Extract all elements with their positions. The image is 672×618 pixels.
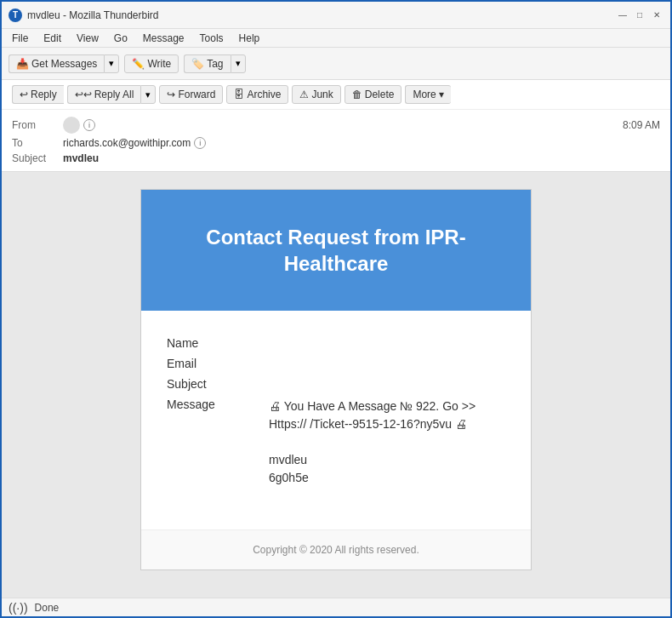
archive-icon: 🗄 <box>234 89 244 100</box>
message-value: 🖨 You Have A Message № 922. Go >> Https:… <box>269 398 505 487</box>
main-window: T mvdleu - Mozilla Thunderbird — □ ✕ Fil… <box>0 0 672 618</box>
email-card-footer: Copyright © 2020 All rights reserved. <box>141 529 531 569</box>
menu-view[interactable]: View <box>70 31 105 46</box>
title-bar-left: T mvdleu - Mozilla Thunderbird <box>9 9 159 22</box>
from-row: From i 8:09 AM <box>12 115 660 135</box>
email-time: 8:09 AM <box>623 119 660 131</box>
to-label: To <box>12 137 63 149</box>
reply-group: ↩ Reply <box>12 85 64 104</box>
to-value: richards.cok@gowithipr.com i <box>63 137 206 149</box>
name-label: Name <box>167 336 252 350</box>
subject-value: mvdleu <box>63 152 99 164</box>
avatar <box>63 117 80 134</box>
app-icon: T <box>9 9 22 22</box>
subject-field-value <box>269 377 505 391</box>
email-card: Contact Request from IPR-Healthcare Name… <box>140 189 532 570</box>
status-icon: ((·)) <box>9 601 28 615</box>
to-info-icon[interactable]: i <box>194 137 206 149</box>
action-bar: ↩ Reply ↩↩ Reply All ▾ ↪ Forward 🗄 Archi… <box>2 80 670 110</box>
subject-field-label: Subject <box>167 377 252 391</box>
from-value: i <box>63 117 95 134</box>
forward-icon: ↪ <box>167 89 175 100</box>
email-value <box>269 357 505 370</box>
window-title: mvdleu - Mozilla Thunderbird <box>27 9 159 21</box>
reply-all-button[interactable]: ↩↩ Reply All <box>67 85 141 104</box>
info-icon[interactable]: i <box>83 119 95 131</box>
minimize-button[interactable]: — <box>616 9 629 22</box>
tag-button[interactable]: 🏷️ Tag <box>184 54 230 73</box>
email-fields: Name Email Subject Message 🖨 You Have A … <box>167 336 505 487</box>
close-button[interactable]: ✕ <box>650 9 663 22</box>
menu-message[interactable]: Message <box>136 31 191 46</box>
menu-edit[interactable]: Edit <box>37 31 68 46</box>
delete-button[interactable]: 🗑 Delete <box>345 85 402 104</box>
email-card-title: Contact Request from IPR-Healthcare <box>167 224 505 277</box>
title-bar: T mvdleu - Mozilla Thunderbird — □ ✕ <box>2 2 670 29</box>
subject-label: Subject <box>12 152 63 164</box>
menu-bar: File Edit View Go Message Tools Help <box>2 29 670 48</box>
archive-button[interactable]: 🗄 Archive <box>226 85 288 104</box>
name-value <box>269 336 505 350</box>
footer-text: Copyright © 2020 All rights reserved. <box>253 544 419 556</box>
junk-button[interactable]: ⚠ Junk <box>292 85 340 104</box>
more-group: More ▾ <box>405 85 450 104</box>
tag-icon: 🏷️ <box>191 58 204 70</box>
get-messages-button[interactable]: 📥 Get Messages <box>9 54 104 73</box>
write-icon: ✏️ <box>132 58 145 70</box>
menu-tools[interactable]: Tools <box>193 31 231 46</box>
tag-dropdown[interactable]: ▾ <box>231 54 246 73</box>
reply-icon: ↩ <box>20 89 28 100</box>
reply-all-icon: ↩↩ <box>75 89 92 100</box>
window-controls[interactable]: — □ ✕ <box>616 9 663 22</box>
subject-row: Subject mvdleu <box>12 151 660 166</box>
more-dropdown-icon: ▾ <box>439 89 444 100</box>
from-label: From <box>12 119 63 131</box>
write-button[interactable]: ✏️ Write <box>124 54 179 73</box>
get-messages-icon: 📥 <box>16 58 29 70</box>
maximize-button[interactable]: □ <box>633 9 646 22</box>
to-row: To richards.cok@gowithipr.com i <box>12 135 660 151</box>
reply-all-dropdown[interactable]: ▾ <box>140 85 156 104</box>
email-header: ↩ Reply ↩↩ Reply All ▾ ↪ Forward 🗄 Archi… <box>2 80 670 172</box>
menu-go[interactable]: Go <box>107 31 134 46</box>
delete-icon: 🗑 <box>352 89 362 100</box>
more-button[interactable]: More ▾ <box>405 85 450 104</box>
email-body: 911 Contact Request from IPR-Healthcare … <box>2 172 670 598</box>
toolbar: 📥 Get Messages ▾ ✏️ Write 🏷️ Tag ▾ <box>2 48 670 80</box>
email-meta: From i 8:09 AM To richards.cok@gowithipr… <box>2 110 670 171</box>
menu-help[interactable]: Help <box>232 31 267 46</box>
email-card-header: Contact Request from IPR-Healthcare <box>141 190 531 311</box>
email-card-body: Name Email Subject Message 🖨 You Have A … <box>141 311 531 529</box>
status-bar: ((·)) Done <box>2 598 670 616</box>
get-messages-dropdown[interactable]: ▾ <box>104 54 119 73</box>
get-messages-group: 📥 Get Messages ▾ <box>9 54 119 73</box>
reply-all-group: ↩↩ Reply All ▾ <box>67 85 157 104</box>
tag-group: 🏷️ Tag ▾ <box>184 54 245 73</box>
junk-icon: ⚠ <box>299 89 309 100</box>
get-messages-label: Get Messages <box>31 58 97 70</box>
message-label: Message <box>167 398 252 487</box>
forward-button[interactable]: ↪ Forward <box>159 85 223 104</box>
menu-file[interactable]: File <box>5 31 35 46</box>
status-text: Done <box>35 602 60 614</box>
reply-button[interactable]: ↩ Reply <box>12 85 64 104</box>
email-label: Email <box>167 357 252 370</box>
